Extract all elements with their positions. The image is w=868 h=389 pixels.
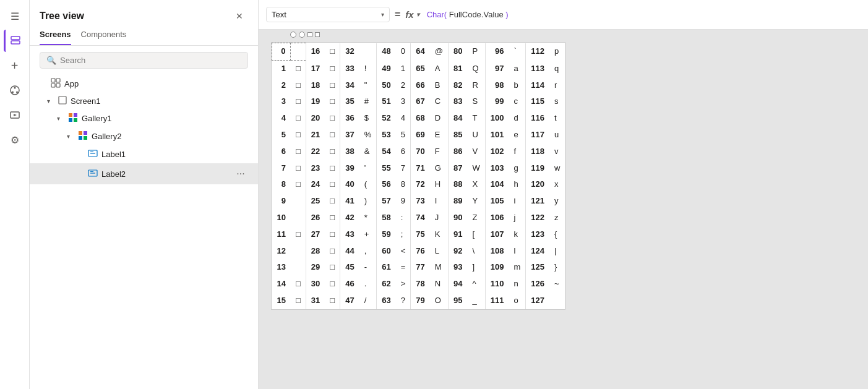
- ascii-char-cell[interactable]: O: [430, 293, 449, 309]
- ascii-char-cell[interactable]: □: [291, 160, 306, 177]
- ascii-char-cell[interactable]: b: [509, 77, 525, 94]
- ascii-number-cell[interactable]: 19: [306, 93, 325, 110]
- ascii-char-cell[interactable]: x: [549, 176, 565, 193]
- ascii-char-cell[interactable]: p: [549, 43, 565, 61]
- ascii-char-cell[interactable]: o: [509, 293, 525, 309]
- ascii-number-cell[interactable]: 12: [272, 243, 291, 260]
- component-icon[interactable]: [4, 79, 26, 101]
- ascii-number-cell[interactable]: 0: [272, 43, 291, 61]
- ascii-char-cell[interactable]: l: [509, 243, 525, 260]
- ascii-char-cell[interactable]: k: [509, 226, 525, 243]
- ascii-char-cell[interactable]: #: [359, 93, 377, 110]
- ascii-char-cell[interactable]: □: [325, 176, 340, 193]
- tree-item-app[interactable]: App: [30, 75, 258, 93]
- ascii-char-cell[interactable]: >: [396, 276, 411, 293]
- ascii-char-cell[interactable]: |: [549, 243, 565, 260]
- ascii-number-cell[interactable]: 99: [485, 93, 509, 110]
- ascii-number-cell[interactable]: 44: [340, 243, 359, 260]
- ascii-char-cell[interactable]: □: [325, 110, 340, 127]
- ascii-char-cell[interactable]: R: [467, 77, 485, 94]
- ascii-number-cell[interactable]: 85: [448, 127, 467, 143]
- ascii-number-cell[interactable]: 53: [377, 127, 396, 143]
- ascii-number-cell[interactable]: 27: [306, 226, 325, 243]
- ascii-char-cell[interactable]: /: [359, 293, 377, 309]
- label2-more-button[interactable]: ···: [233, 166, 248, 181]
- ascii-char-cell[interactable]: n: [509, 276, 525, 293]
- ascii-number-cell[interactable]: 28: [306, 243, 325, 260]
- ascii-char-cell[interactable]: 8: [396, 176, 411, 193]
- ascii-char-cell[interactable]: G: [430, 160, 449, 177]
- ascii-char-cell[interactable]: -: [359, 259, 377, 276]
- ascii-char-cell[interactable]: .: [359, 276, 377, 293]
- ascii-number-cell[interactable]: 37: [340, 127, 359, 143]
- ascii-char-cell[interactable]: [291, 43, 306, 61]
- ascii-number-cell[interactable]: 35: [340, 93, 359, 110]
- ascii-number-cell[interactable]: 113: [526, 60, 549, 77]
- ascii-number-cell[interactable]: 119: [526, 160, 549, 177]
- ascii-number-cell[interactable]: 118: [526, 143, 549, 160]
- ascii-char-cell[interactable]: □: [291, 93, 306, 110]
- ascii-char-cell[interactable]: &: [359, 143, 377, 160]
- ascii-number-cell[interactable]: 18: [306, 77, 325, 94]
- ascii-char-cell[interactable]: ]: [467, 259, 485, 276]
- ascii-char-cell[interactable]: !: [359, 60, 377, 77]
- ascii-number-cell[interactable]: 120: [526, 176, 549, 193]
- ascii-char-cell[interactable]: 3: [396, 93, 411, 110]
- ascii-number-cell[interactable]: 61: [377, 259, 396, 276]
- tree-item-gallery1[interactable]: ▾ Gallery1: [30, 109, 258, 127]
- ascii-char-cell[interactable]: N: [430, 276, 449, 293]
- ascii-number-cell[interactable]: 70: [411, 143, 430, 160]
- ascii-number-cell[interactable]: 115: [526, 93, 549, 110]
- tab-screens[interactable]: Screens: [40, 30, 71, 45]
- ascii-number-cell[interactable]: 26: [306, 210, 325, 226]
- ascii-number-cell[interactable]: 105: [485, 193, 509, 210]
- ascii-char-cell[interactable]: 5: [396, 127, 411, 143]
- ascii-number-cell[interactable]: 17: [306, 60, 325, 77]
- ascii-char-cell[interactable]: [549, 293, 565, 309]
- ascii-char-cell[interactable]: D: [430, 110, 449, 127]
- ascii-char-cell[interactable]: ;: [396, 226, 411, 243]
- ascii-number-cell[interactable]: 80: [448, 43, 467, 61]
- ascii-number-cell[interactable]: 89: [448, 193, 467, 210]
- ascii-number-cell[interactable]: 8: [272, 176, 291, 193]
- tree-item-screen1[interactable]: ▾ Screen1: [30, 93, 258, 109]
- ascii-char-cell[interactable]: □: [325, 60, 340, 77]
- ascii-char-cell[interactable]: :: [396, 210, 411, 226]
- ascii-number-cell[interactable]: 51: [377, 93, 396, 110]
- ascii-char-cell[interactable]: □: [291, 143, 306, 160]
- ascii-number-cell[interactable]: 22: [306, 143, 325, 160]
- ascii-number-cell[interactable]: 93: [448, 259, 467, 276]
- ascii-number-cell[interactable]: 63: [377, 293, 396, 309]
- ascii-number-cell[interactable]: 49: [377, 60, 396, 77]
- ascii-number-cell[interactable]: 58: [377, 210, 396, 226]
- ascii-char-cell[interactable]: □: [291, 226, 306, 243]
- ascii-char-cell[interactable]: 6: [396, 143, 411, 160]
- ascii-number-cell[interactable]: 3: [272, 93, 291, 110]
- ascii-char-cell[interactable]: □: [325, 243, 340, 260]
- ascii-char-cell[interactable]: r: [549, 77, 565, 94]
- ascii-number-cell[interactable]: 123: [526, 226, 549, 243]
- ascii-number-cell[interactable]: 108: [485, 243, 509, 260]
- ascii-char-cell[interactable]: $: [359, 110, 377, 127]
- ascii-number-cell[interactable]: 42: [340, 210, 359, 226]
- ascii-number-cell[interactable]: 41: [340, 193, 359, 210]
- ascii-char-cell[interactable]: s: [549, 93, 565, 110]
- ascii-char-cell[interactable]: [291, 210, 306, 226]
- ascii-number-cell[interactable]: 67: [411, 93, 430, 110]
- ascii-char-cell[interactable]: a: [509, 60, 525, 77]
- ascii-number-cell[interactable]: 45: [340, 259, 359, 276]
- ascii-number-cell[interactable]: 79: [411, 293, 430, 309]
- formula-name-box[interactable]: Text ▾: [266, 7, 390, 22]
- ascii-number-cell[interactable]: 94: [448, 276, 467, 293]
- ascii-number-cell[interactable]: 59: [377, 226, 396, 243]
- ascii-number-cell[interactable]: 16: [306, 43, 325, 61]
- ascii-number-cell[interactable]: 2: [272, 77, 291, 94]
- ascii-char-cell[interactable]: c: [509, 93, 525, 110]
- ascii-number-cell[interactable]: 72: [411, 176, 430, 193]
- ascii-number-cell[interactable]: 56: [377, 176, 396, 193]
- ascii-char-cell[interactable]: ^: [467, 276, 485, 293]
- ascii-number-cell[interactable]: 52: [377, 110, 396, 127]
- ascii-char-cell[interactable]: C: [430, 93, 449, 110]
- ascii-char-cell[interactable]: ~: [549, 276, 565, 293]
- ascii-number-cell[interactable]: 110: [485, 276, 509, 293]
